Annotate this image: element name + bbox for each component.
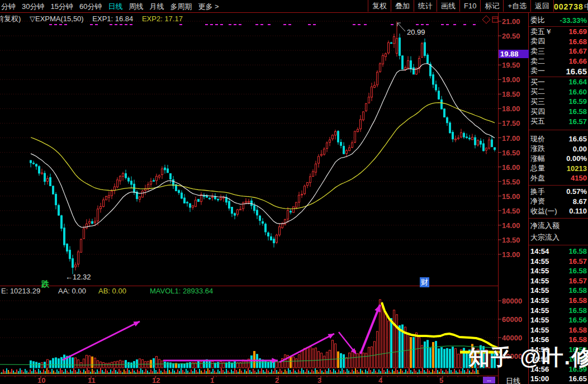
month-label: 12 — [152, 376, 160, 384]
tape-row-label: 14:55 — [529, 296, 549, 305]
ask-row-5-value: 16.69 — [568, 27, 588, 36]
period-item-日线[interactable]: 日线 — [108, 1, 122, 13]
info-row-value: 16.65 — [568, 135, 588, 143]
action-标记[interactable]: 标记 — [480, 0, 503, 12]
watermark: 知乎 @叶.修 — [468, 343, 588, 372]
vol-e-value: E: 10213.29 — [1, 287, 40, 295]
action-F10[interactable]: F10 — [459, 0, 480, 12]
action-统计[interactable]: 统计 — [414, 0, 437, 12]
period-item-30分钟[interactable]: 30分钟 — [22, 1, 44, 13]
quote-panel: 委比-33.33%卖五￥16.69卖四16.68卖三16.67卖二16.66卖一… — [529, 0, 588, 384]
high-annotation: 20.99 — [407, 28, 425, 36]
period-item-月线[interactable]: 月线 — [149, 1, 164, 13]
tape-row-label: 15:00 — [529, 374, 549, 383]
low-annotation: ←12.32 — [65, 273, 91, 281]
ask-row-5[interactable]: 卖五￥16.69 — [529, 27, 588, 37]
price-tick-label: 14.00 — [502, 221, 520, 230]
info-row-label: 净资 — [529, 196, 545, 206]
period-item-周线[interactable]: 周线 — [129, 1, 143, 13]
bid-row-1-label: 买一 — [529, 77, 545, 87]
price-tick-label: 15.00 — [502, 192, 520, 201]
info-row: 涨幅0.00% — [529, 154, 588, 164]
ask-row-3[interactable]: 卖三16.67 — [529, 46, 588, 56]
divider — [529, 218, 588, 219]
month-label: 11 — [88, 376, 96, 384]
tape-row-value: 16.57 — [568, 257, 588, 266]
period-item-15分钟[interactable]: 15分钟 — [50, 1, 73, 13]
fall-badge: 跌 — [41, 279, 49, 290]
adjust-label: 前复权) — [0, 15, 21, 23]
info-row-value: 8.67 — [573, 197, 588, 206]
tape-row-label: 14:55 — [529, 277, 549, 285]
action-画线[interactable]: 画线 — [437, 0, 459, 12]
price-tick-label: 19.00 — [502, 75, 520, 84]
bid-row-3[interactable]: 买三16.59 — [529, 97, 588, 107]
info-row-label: 涨跌 — [529, 144, 545, 154]
indicator-bar: 前复权) ▽EXPMA(15,50) EXP1: 16.84 EXP2: 17.… — [0, 14, 189, 24]
ask-row-4-label: 卖四 — [529, 36, 545, 46]
ema50-line — [31, 103, 495, 209]
bottom-period-label[interactable]: 日线 — [499, 376, 527, 384]
ask-row-1-label: 卖一 — [529, 66, 545, 76]
bid-row-4-label: 买四 — [529, 107, 545, 117]
ask-row-2-label: 卖二 — [529, 56, 545, 67]
bid-row-4[interactable]: 买四16.58 — [529, 107, 588, 117]
tape-row-label: 14:55 — [529, 257, 549, 266]
tape-row-label: 14:55 — [529, 306, 549, 315]
ask-row-4[interactable]: 卖四16.68 — [529, 37, 588, 47]
divider — [529, 26, 588, 27]
ask-row-1[interactable]: 卖一16.65 — [529, 66, 588, 76]
tape-row-label: 14:55 — [529, 326, 549, 334]
window-icon — [492, 17, 498, 22]
period-item-多周期[interactable]: 多周期 — [170, 1, 192, 13]
info-row-label: 外盘 — [529, 173, 545, 183]
tape-row: 14:5516.58 — [529, 325, 588, 335]
period-item-60分钟[interactable]: 60分钟 — [79, 1, 102, 13]
price-tick-label: 16.50 — [502, 149, 520, 157]
period-item-分钟[interactable]: 分钟 — [1, 1, 16, 13]
ask-row-2[interactable]: 卖二16.66 — [529, 56, 588, 67]
tape-row-value: 16.58 — [568, 326, 588, 334]
info-row-value: 4150 — [571, 174, 588, 182]
info-row-value: 0.00 — [573, 145, 588, 153]
indicator-name[interactable]: ▽EXPMA(15,50) — [30, 15, 84, 23]
highlight-price-badge: 19.88 — [499, 50, 529, 58]
volume-tick-label: 80000 — [502, 297, 522, 305]
vol-aa-value: AA: 0.00 — [58, 287, 86, 295]
ema15-line — [31, 64, 495, 227]
period-item-更多 >[interactable]: 更多 > — [198, 1, 219, 13]
action-+自选[interactable]: +自选 — [503, 0, 530, 12]
divider — [529, 185, 588, 186]
bid-row-1-value: 16.64 — [568, 78, 588, 86]
bid-row-5-value: 16.57 — [568, 117, 588, 126]
bid-row-2[interactable]: 买二16.60 — [529, 87, 588, 97]
tape-row-value: 16.57 — [568, 277, 588, 285]
stock-name-partial: 中 — [584, 2, 588, 12]
tape-row: 14:5516.58 — [529, 296, 588, 306]
month-label: 4 — [378, 376, 382, 384]
tape-row: 14:5516.58 — [529, 266, 588, 276]
axis-dash-badge[interactable]: -- — [483, 377, 495, 383]
info-row-value: 0.110 — [569, 207, 588, 215]
ask-row-3-label: 卖三 — [529, 46, 545, 56]
bid-row-2-label: 买二 — [529, 87, 545, 97]
price-tick-label: 13.50 — [502, 236, 520, 244]
chart-corner-icons[interactable] — [482, 16, 498, 23]
action-叠加[interactable]: 叠加 — [391, 0, 414, 12]
overview-strip[interactable] — [0, 368, 480, 374]
pane-borders — [0, 12, 588, 384]
price-tick-label: 13.00 — [502, 250, 520, 259]
bid-row-3-label: 买三 — [529, 97, 545, 107]
tape-row-value: 16.58 — [568, 286, 588, 295]
tape-row: 14:5516.58 — [529, 305, 588, 315]
price-tick-label: 21.00 — [502, 17, 520, 26]
tape-row-value: 16.56 — [568, 316, 588, 324]
info-row-value: 10213 — [567, 164, 588, 173]
action-返回[interactable]: 返回 — [530, 0, 554, 12]
price-tick-label: 15.50 — [502, 178, 520, 186]
tape-row-label: 14:55 — [529, 267, 549, 275]
bid-row-1[interactable]: 买一16.64 — [529, 77, 588, 87]
action-复权[interactable]: 复权 — [368, 0, 391, 12]
month-label: 1 — [210, 376, 214, 384]
bid-row-5[interactable]: 买五16.57 — [529, 116, 588, 126]
